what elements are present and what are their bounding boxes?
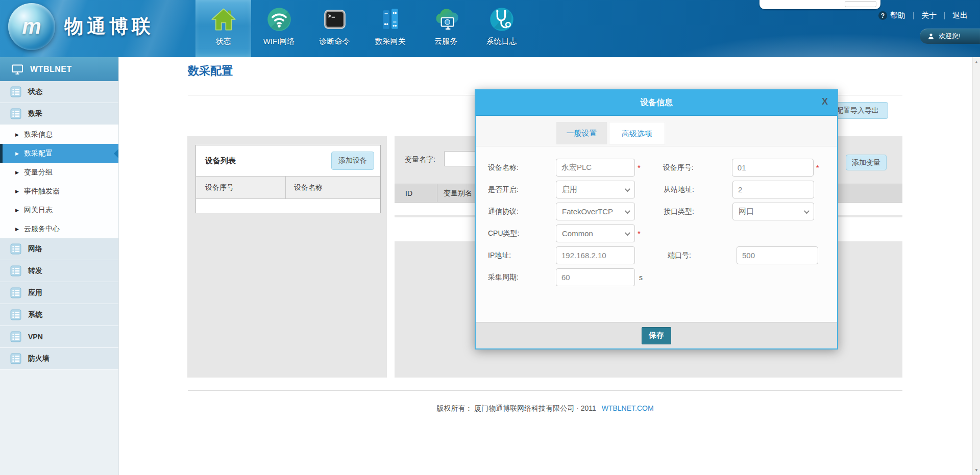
- tab-general-settings[interactable]: 一般设置: [556, 122, 607, 144]
- sidebar-item-applications[interactable]: 应用: [0, 282, 118, 304]
- add-variable-button[interactable]: 添加变量: [846, 155, 887, 170]
- sidebar-item-network[interactable]: 网络: [0, 238, 118, 260]
- device-list-panel: 设备列表 添加设备 设备序号 设备名称: [195, 145, 381, 213]
- sidebar-item-vpn[interactable]: VPN: [0, 326, 118, 348]
- tab-advanced-options[interactable]: 高级选项: [609, 122, 665, 144]
- monitor-icon: [11, 63, 23, 76]
- close-icon[interactable]: X: [822, 97, 828, 106]
- arrow-right-icon: ▶: [15, 227, 19, 232]
- chevron-down-icon: [625, 208, 630, 213]
- sidebar-subitem-gateway-log[interactable]: ▶ 网关日志: [0, 201, 118, 219]
- sidebar-item-system[interactable]: 系统: [0, 304, 118, 326]
- scroll-down-icon[interactable]: ▼: [973, 468, 980, 472]
- col-device-serial: 设备序号: [196, 177, 286, 198]
- page-title: 数采配置: [188, 63, 233, 79]
- port-input[interactable]: [737, 246, 818, 264]
- sidebar-subitem-variable-groups[interactable]: ▶ 变量分组: [0, 163, 118, 182]
- scroll-up-icon[interactable]: ▲: [973, 60, 980, 64]
- enabled-select[interactable]: 启用: [556, 181, 635, 198]
- modal-form: 设备名称: * 设备序号: * 是否开启: 启用 从站地址: 通信协议: Fat…: [476, 146, 837, 286]
- divider: [188, 390, 902, 391]
- about-link[interactable]: 关于: [921, 11, 937, 20]
- device-serial-label: 设备序号:: [663, 163, 732, 172]
- cloud-icon: [418, 5, 474, 34]
- device-info-modal: 设备信息 X 一般设置 高级选项 设备名称: * 设备序号: * 是否开启: 启…: [475, 89, 838, 349]
- wtblnet-link[interactable]: WTBLNET.COM: [602, 404, 654, 412]
- nav-gateway[interactable]: 数采网关: [362, 0, 418, 57]
- copyright-text: 版权所有： 厦门物通博联网络科技有限公司 · 2011: [436, 404, 596, 412]
- modal-tab-bar: 一般设置 高级选项: [476, 116, 837, 146]
- vertical-scrollbar[interactable]: ▲ ▼: [972, 57, 980, 475]
- stethoscope-icon: [474, 5, 529, 34]
- required-asterisk: *: [816, 163, 819, 172]
- top-links: ? 帮助 关于 退出: [878, 11, 968, 20]
- add-device-button[interactable]: 添加设备: [331, 152, 374, 170]
- welcome-text: 欢迎您!: [939, 32, 961, 41]
- device-list-card: 设备列表 添加设备 设备序号 设备名称: [187, 136, 387, 378]
- device-list-title: 设备列表: [205, 156, 236, 166]
- variable-name-label: 变量名字:: [405, 155, 435, 164]
- arrow-right-icon: ▶: [15, 208, 19, 213]
- nav-diagnostics[interactable]: 诊断命令: [307, 0, 362, 57]
- brand-logo: m 物通博联: [8, 3, 154, 50]
- list-icon: [10, 86, 21, 97]
- sidebar-item-status[interactable]: 状态: [0, 81, 118, 103]
- save-button[interactable]: 保存: [642, 327, 671, 344]
- popup-button[interactable]: [845, 1, 876, 7]
- required-asterisk: *: [638, 229, 641, 238]
- terminal-icon: [307, 5, 362, 34]
- home-icon: [195, 5, 251, 34]
- modal-footer: 保存: [476, 322, 837, 348]
- seconds-unit: s: [639, 273, 643, 282]
- nav-wifi[interactable]: WIFI网络: [251, 0, 307, 57]
- nav-cloud[interactable]: 云服务: [418, 0, 474, 57]
- arrow-right-icon: ▶: [15, 189, 19, 194]
- chevron-down-icon: [804, 208, 810, 213]
- ip-address-label: IP地址:: [488, 251, 556, 260]
- sidebar-subitem-event-triggers[interactable]: ▶ 事件触发器: [0, 182, 118, 201]
- sidebar-item-firewall[interactable]: 防火墙: [0, 348, 118, 370]
- interface-type-label: 接口类型:: [664, 207, 732, 216]
- chevron-down-icon: [625, 186, 630, 191]
- logout-link[interactable]: 退出: [952, 11, 968, 20]
- sidebar-submenu: ▶ 数采信息 ▶ 数采配置 ▶ 变量分组 ▶ 事件触发器 ▶ 网关日志 ▶ 云服…: [0, 125, 118, 238]
- protocol-select[interactable]: FatekOverTCP: [556, 203, 635, 220]
- list-icon: [10, 331, 21, 342]
- help-link[interactable]: 帮助: [890, 11, 905, 20]
- page: m 物通博联 状态: [0, 0, 980, 475]
- arrow-right-icon: ▶: [15, 170, 19, 175]
- chevron-down-icon: [625, 230, 630, 235]
- sidebar-brand: WTBLNET: [0, 57, 118, 81]
- sidebar: WTBLNET 状态 数采 ▶ 数采信息 ▶ 数采配置 ▶ 变量分组 ▶: [0, 57, 119, 475]
- arrow-right-icon: ▶: [15, 151, 19, 156]
- nav-status[interactable]: 状态: [195, 0, 251, 57]
- protocol-label: 通信协议:: [488, 207, 556, 216]
- list-icon: [10, 243, 21, 255]
- interface-type-select[interactable]: 网口: [732, 203, 814, 220]
- collect-cycle-input[interactable]: [556, 268, 635, 286]
- device-table-empty-row: [196, 199, 380, 213]
- device-name-input[interactable]: [556, 159, 635, 177]
- welcome-badge[interactable]: 欢迎您!: [920, 29, 980, 44]
- sidebar-item-forwarding[interactable]: 转发: [0, 260, 118, 282]
- brand-name: 物通博联: [64, 14, 154, 39]
- device-table-header: 设备序号 设备名称: [196, 176, 380, 199]
- sidebar-subitem-daq-info[interactable]: ▶ 数采信息: [0, 125, 118, 144]
- device-name-label: 设备名称:: [488, 163, 556, 172]
- list-icon: [10, 108, 21, 119]
- divider: [913, 12, 914, 19]
- slave-address-input[interactable]: [732, 181, 814, 198]
- ip-address-input[interactable]: [556, 246, 635, 264]
- top-nav: 状态 WIFI网络: [195, 0, 529, 57]
- sidebar-subitem-cloud-center[interactable]: ▶ 云服务中心: [0, 219, 118, 238]
- col-device-name: 设备名称: [286, 177, 380, 198]
- cpu-type-select[interactable]: Common: [556, 224, 635, 242]
- wifi-icon: [251, 5, 307, 34]
- device-serial-input[interactable]: [732, 159, 814, 177]
- copyright: 版权所有： 厦门物通博联网络科技有限公司 · 2011 WTBLNET.COM: [188, 404, 902, 413]
- modal-title: 设备信息: [640, 97, 673, 108]
- sidebar-subitem-daq-config[interactable]: ▶ 数采配置: [0, 144, 118, 163]
- nav-syslog[interactable]: 系统日志: [474, 0, 529, 57]
- sidebar-item-daq[interactable]: 数采: [0, 103, 118, 125]
- col-id: ID: [395, 184, 437, 202]
